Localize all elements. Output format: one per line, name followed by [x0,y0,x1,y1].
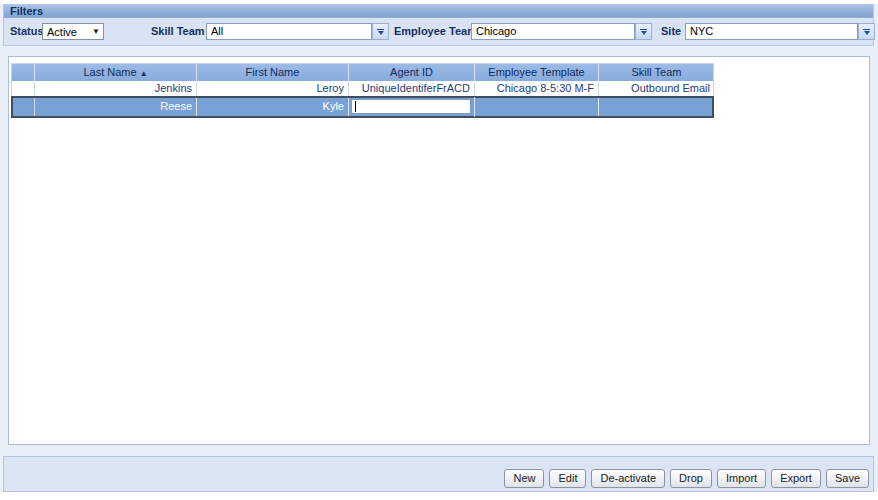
cell-skill-team[interactable] [599,97,714,117]
sort-ascending-icon: ▲ [140,69,148,78]
grid-header-row: Last Name▲ First Name Agent ID Employee … [12,64,713,81]
column-header-last-name[interactable]: Last Name▲ [35,64,197,81]
dropdown-trigger-icon [864,31,870,35]
row-handle[interactable] [12,97,35,117]
skill-team-label: Skill Team [151,25,205,37]
cell-first-name[interactable]: Kyle [197,97,349,117]
filters-panel-title: Filters [4,5,873,18]
cell-last-name[interactable]: Reese [35,97,197,117]
dropdown-trigger-icon [640,29,647,30]
dropdown-trigger-icon [377,29,384,30]
save-button[interactable]: Save [826,469,869,488]
dropdown-trigger-icon [378,31,384,35]
toolbar-buttons: New Edit De-activate Drop Import Export … [504,469,869,488]
status-select-value: Active [47,26,77,38]
site-dropdown-button[interactable] [858,23,875,40]
new-button[interactable]: New [504,469,544,488]
export-button[interactable]: Export [771,469,821,488]
cell-agent-id-editing [349,97,475,117]
text-caret [355,101,356,112]
column-header-agent-id[interactable]: Agent ID [349,64,475,81]
import-button[interactable]: Import [717,469,766,488]
skill-team-input[interactable]: All [206,23,372,40]
filters-body: Status Active ▼ Skill Team All Employee … [4,18,873,45]
column-header-skill-team[interactable]: Skill Team [599,64,714,81]
grid-header-handle [12,64,35,81]
row-handle[interactable] [12,81,35,96]
cell-employee-template[interactable]: Chicago 8-5:30 M-F [475,81,599,96]
dropdown-caret-icon: ▼ [92,27,100,36]
status-select[interactable]: Active ▼ [42,23,104,40]
filters-panel: Filters Status Active ▼ Skill Team All E… [3,4,874,46]
agents-grid-panel: Last Name▲ First Name Agent ID Employee … [8,56,870,445]
employee-team-label: Employee Team [394,25,477,37]
skill-team-dropdown-button[interactable] [372,23,389,40]
dropdown-trigger-icon [641,31,647,35]
drop-button[interactable]: Drop [670,469,712,488]
agent-id-edit-input[interactable] [351,99,471,114]
cell-skill-team[interactable]: Outbound Email [599,81,714,96]
table-row-selected[interactable]: Reese Kyle [12,97,713,117]
dropdown-trigger-icon [863,29,870,30]
employee-team-dropdown-button[interactable] [635,23,652,40]
bottom-toolbar: New Edit De-activate Drop Import Export … [3,456,874,492]
agent-management-window: Filters Status Active ▼ Skill Team All E… [0,0,878,500]
employee-team-input[interactable]: Chicago [471,23,635,40]
cell-employee-template[interactable] [475,97,599,117]
edit-button[interactable]: Edit [549,469,586,488]
status-label: Status [10,25,44,37]
cell-last-name[interactable]: Jenkins [35,81,197,96]
agents-grid: Last Name▲ First Name Agent ID Employee … [11,63,714,118]
site-label: Site [661,25,681,37]
de-activate-button[interactable]: De-activate [591,469,665,488]
column-header-first-name[interactable]: First Name [197,64,349,81]
site-input[interactable]: NYC [685,23,858,40]
table-row[interactable]: Jenkins Leroy UniqueIdentiferFrACD Chica… [12,81,713,97]
cell-agent-id[interactable]: UniqueIdentiferFrACD [349,81,475,96]
cell-first-name[interactable]: Leroy [197,81,349,96]
column-header-employee-template[interactable]: Employee Template [475,64,599,81]
